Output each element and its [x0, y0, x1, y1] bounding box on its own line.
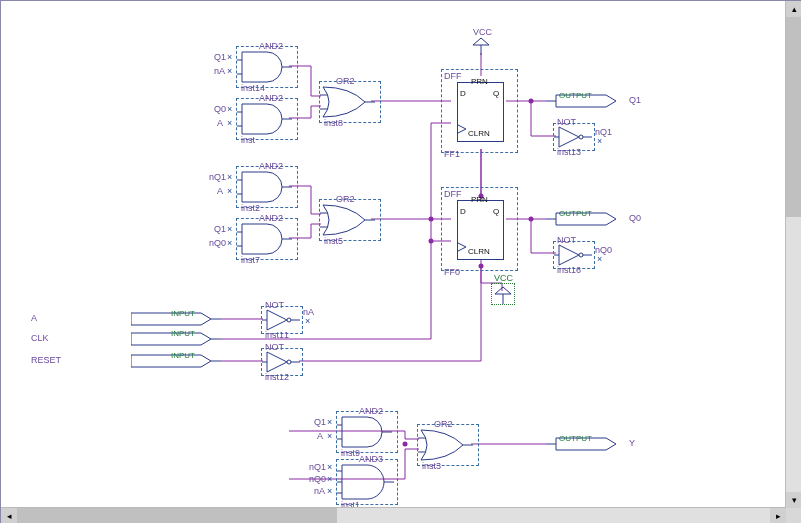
- scroll-right-icon[interactable]: ▸: [770, 508, 786, 523]
- gate-and-inst9[interactable]: [336, 411, 398, 453]
- scroll-thumb[interactable]: [786, 17, 801, 217]
- gate-and-inst14[interactable]: [236, 46, 298, 88]
- scrollbar-corner: [786, 508, 801, 523]
- ff-clk-icon: [458, 83, 503, 141]
- gate-and-inst[interactable]: [236, 98, 298, 140]
- scroll-up-icon[interactable]: ▴: [786, 1, 801, 17]
- input-pin-icon: [131, 309, 221, 329]
- scroll-down-icon[interactable]: ▾: [786, 492, 801, 508]
- gate-not-inst13[interactable]: [553, 123, 595, 151]
- not-icon: [262, 349, 302, 375]
- wire-layer: [1, 1, 801, 523]
- scroll-left-icon[interactable]: ◂: [1, 508, 17, 523]
- and-icon: [237, 99, 297, 139]
- or-icon: [320, 82, 380, 122]
- svg-point-0: [429, 239, 434, 244]
- gate-and-inst2[interactable]: [236, 166, 298, 208]
- gate-or-inst3[interactable]: [417, 424, 479, 466]
- and-icon: [237, 167, 297, 207]
- and-icon: [337, 412, 397, 452]
- gate-or-inst8[interactable]: [319, 81, 381, 123]
- output-pin-icon: [546, 434, 626, 454]
- vcc-icon: [471, 37, 491, 55]
- svg-point-1: [429, 217, 434, 222]
- and3-icon: [337, 460, 397, 504]
- not-icon: [554, 242, 594, 268]
- or-icon: [418, 425, 478, 465]
- svg-point-6: [403, 442, 408, 447]
- gate-and-inst7[interactable]: [236, 218, 298, 260]
- gate-and3-inst1[interactable]: [336, 459, 398, 505]
- gate-not-inst16[interactable]: [553, 241, 595, 269]
- ff-body: [457, 82, 504, 142]
- and-icon: [237, 47, 297, 87]
- vcc-symbol-selected[interactable]: [491, 283, 515, 305]
- gate-or-inst5[interactable]: [319, 199, 381, 241]
- or-icon: [320, 200, 380, 240]
- not-icon: [554, 124, 594, 150]
- input-pin-icon: [131, 329, 221, 349]
- scroll-thumb[interactable]: [17, 508, 337, 523]
- output-pin-icon: [546, 209, 626, 229]
- schematic-canvas[interactable]: AND2 inst14 Q1 × nA × AND2 inst Q0 × A ×…: [0, 0, 801, 523]
- and-icon: [237, 219, 297, 259]
- svg-point-4: [529, 99, 534, 104]
- flipflop-ff0[interactable]: [441, 187, 518, 271]
- gate-not-inst11[interactable]: [261, 306, 303, 334]
- gate-not-inst12[interactable]: [261, 348, 303, 376]
- vcc-icon: [492, 284, 514, 304]
- ff-body: [457, 200, 504, 260]
- not-icon: [262, 307, 302, 333]
- horizontal-scrollbar[interactable]: ◂ ▸: [1, 507, 786, 523]
- vertical-scrollbar[interactable]: ▴ ▾: [785, 1, 801, 508]
- svg-point-5: [529, 217, 534, 222]
- flipflop-ff1[interactable]: [441, 69, 518, 153]
- input-pin-icon: [131, 351, 221, 371]
- output-pin-icon: [546, 91, 626, 111]
- ff-clk-icon: [458, 201, 503, 259]
